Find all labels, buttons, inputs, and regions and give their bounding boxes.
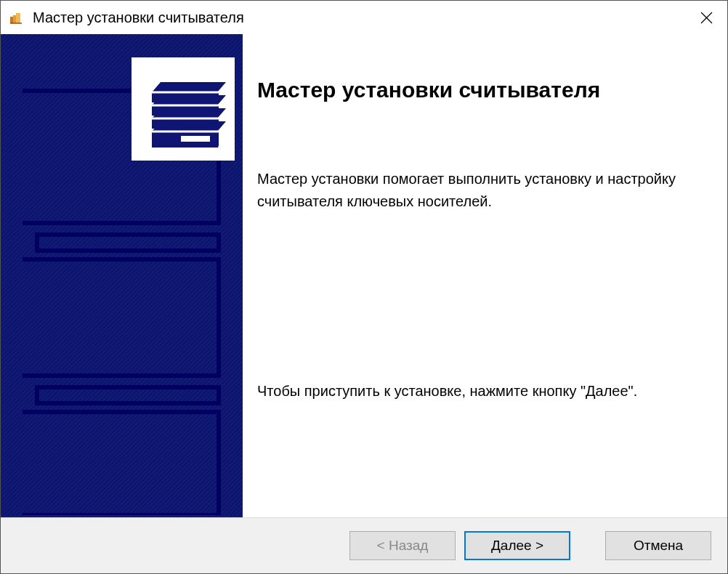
- svg-rect-12: [152, 105, 219, 116]
- wizard-side-graphic: [1, 34, 243, 517]
- titlebar: Мастер установки считывателя: [1, 1, 727, 34]
- back-button: < Назад: [349, 531, 456, 560]
- close-button[interactable]: [689, 1, 723, 34]
- wizard-hint: Чтобы приступить к установке, нажмите кн…: [257, 380, 698, 403]
- cancel-button[interactable]: Отмена: [605, 531, 711, 560]
- close-icon: [700, 12, 713, 24]
- wizard-main: Мастер установки считывателя Мастер уста…: [243, 34, 727, 517]
- wizard-description: Мастер установки помогает выполнить уста…: [257, 168, 698, 213]
- wizard-heading: Мастер установки считывателя: [257, 78, 698, 102]
- next-button[interactable]: Далее >: [464, 531, 570, 560]
- wizard-footer: < Назад Далее > Отмена: [1, 517, 727, 573]
- content-area: Мастер установки считывателя Мастер уста…: [1, 34, 727, 517]
- wizard-window: Мастер установки считывателя: [0, 0, 728, 574]
- svg-rect-11: [152, 118, 219, 129]
- window-title: Мастер установки считывателя: [33, 9, 689, 26]
- svg-rect-13: [152, 92, 219, 102]
- app-icon: [8, 9, 25, 26]
- svg-rect-24: [181, 136, 210, 142]
- svg-rect-2: [16, 13, 20, 23]
